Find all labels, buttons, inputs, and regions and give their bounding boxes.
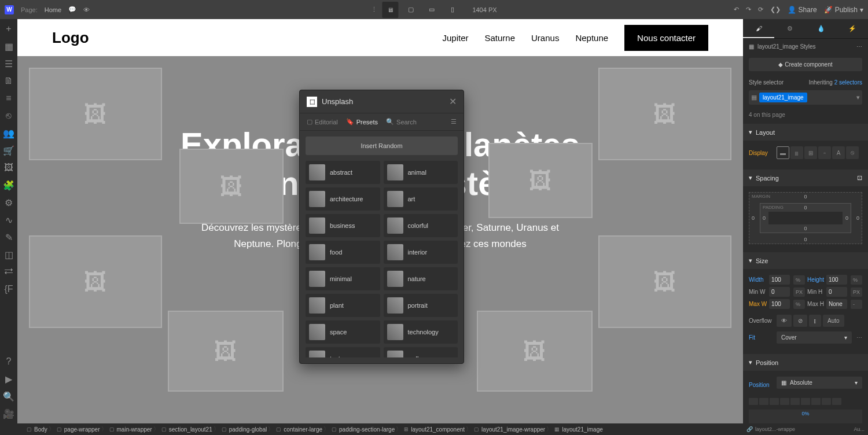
image-placeholder[interactable]: 🖼: [179, 149, 284, 224]
preset-texture[interactable]: texture: [306, 347, 380, 357]
minw-unit[interactable]: PX: [793, 287, 805, 297]
ecommerce-icon[interactable]: 🛒: [3, 145, 14, 156]
width-input[interactable]: [769, 275, 790, 285]
tablet-viewport-button[interactable]: ▢: [403, 2, 419, 18]
tutorial-icon[interactable]: 🎥: [3, 408, 14, 419]
spacing-editor[interactable]: MARGIN 0 0 0 0 PADDING 0 0 0 0: [749, 192, 862, 244]
style-tab[interactable]: 🖌: [743, 19, 774, 38]
pos-top[interactable]: 0%: [801, 411, 809, 416]
preset-food[interactable]: food: [306, 241, 380, 264]
assets-icon[interactable]: 🖼: [3, 163, 14, 173]
position-select[interactable]: ▦ Absolute ▾: [777, 377, 862, 389]
nav-prev-icon[interactable]: 🔗: [746, 426, 753, 432]
padding-right[interactable]: 0: [845, 215, 848, 221]
tab-search[interactable]: 🔍 Search: [386, 118, 417, 126]
cms-icon[interactable]: ≡: [3, 93, 14, 104]
position-section-header[interactable]: ▾ Position: [743, 354, 868, 371]
pos-preset[interactable]: [790, 398, 800, 405]
layout-icon[interactable]: ☰: [3, 58, 14, 69]
pos-preset[interactable]: [759, 398, 768, 405]
preset-colorful[interactable]: colorful: [384, 214, 458, 237]
contact-button[interactable]: Nous contacter: [624, 25, 708, 51]
more-icon[interactable]: ⋮: [371, 6, 377, 13]
canvas-width[interactable]: 1404 PX: [472, 6, 496, 13]
overflow-scroll-button[interactable]: ⫿: [809, 315, 821, 327]
pos-preset[interactable]: [770, 398, 779, 405]
breadcrumb-item[interactable]: ▢container-large: [271, 426, 327, 433]
overflow-hidden-button[interactable]: ⊘: [793, 315, 807, 327]
modal-close-button[interactable]: ✕: [449, 96, 457, 107]
fit-more-icon[interactable]: ⋯: [856, 334, 862, 341]
margin-top[interactable]: 0: [804, 194, 807, 200]
preset-nature[interactable]: nature: [384, 267, 458, 290]
components-icon[interactable]: ◫: [3, 249, 14, 260]
insert-random-button[interactable]: Insert Random: [306, 137, 458, 155]
code-icon[interactable]: ❮❯: [770, 6, 781, 13]
preset-portrait[interactable]: portrait: [384, 294, 458, 317]
finsweet-icon[interactable]: {F: [3, 284, 14, 294]
image-placeholder[interactable]: 🖼: [598, 68, 731, 160]
preview-icon[interactable]: 👁: [83, 6, 90, 13]
element-menu-icon[interactable]: ⋯: [856, 43, 862, 50]
padding-top[interactable]: 0: [804, 205, 807, 211]
apps-icon[interactable]: 🧩: [3, 180, 14, 190]
display-none-button[interactable]: ⦸: [846, 146, 859, 159]
maxh-input[interactable]: [826, 299, 847, 309]
nav-link-uranus[interactable]: Uranus: [531, 33, 559, 43]
margin-bottom[interactable]: 0: [804, 237, 807, 242]
navigator-icon[interactable]: ▦: [3, 41, 14, 51]
fit-select[interactable]: Cover ▾: [777, 331, 852, 344]
breadcrumb-item[interactable]: ⊞layout21_component: [399, 426, 469, 433]
height-input[interactable]: [826, 275, 847, 285]
preset-business[interactable]: business: [306, 214, 380, 237]
image-placeholder[interactable]: 🖼: [488, 143, 593, 218]
pos-preset[interactable]: [822, 398, 831, 405]
pos-preset[interactable]: [832, 398, 841, 405]
nav-link-jupiter[interactable]: Jupiter: [442, 33, 468, 43]
pages-icon[interactable]: 🗎: [3, 76, 14, 86]
variables-tab[interactable]: 💧: [806, 19, 837, 38]
layout-section-header[interactable]: ▾ Layout: [743, 124, 868, 141]
mobile-portrait-button[interactable]: ▯: [444, 2, 461, 18]
breadcrumb-item[interactable]: ▦layout21_image: [550, 426, 608, 433]
maxw-input[interactable]: [769, 299, 790, 309]
modal-menu-icon[interactable]: ☰: [451, 118, 457, 126]
interactions-icon[interactable]: ⮂: [3, 267, 14, 277]
tab-presets[interactable]: 🔖 Presets: [346, 118, 378, 126]
settings-tab[interactable]: ⚙: [774, 19, 806, 38]
minh-input[interactable]: [826, 287, 847, 297]
interactions-tab[interactable]: ⚡: [837, 19, 868, 38]
variables-icon[interactable]: ∿: [3, 215, 14, 225]
image-placeholder[interactable]: 🖼: [598, 235, 731, 328]
image-placeholder[interactable]: 🖼: [477, 311, 593, 392]
publish-button[interactable]: 🚀 Publish ▾: [824, 6, 863, 14]
sync-icon[interactable]: ⟳: [758, 6, 763, 13]
users-icon[interactable]: 👥: [3, 128, 14, 138]
padding-left[interactable]: 0: [763, 215, 766, 221]
preset-plant[interactable]: plant: [306, 294, 380, 317]
site-logo[interactable]: Logo: [52, 29, 89, 47]
selector-input[interactable]: ▦ layout21_image ▾: [749, 90, 862, 105]
display-block-button[interactable]: ▬: [777, 146, 789, 159]
pos-preset[interactable]: [811, 398, 821, 405]
display-inline-block-button[interactable]: ▫: [818, 146, 831, 159]
selector-tag[interactable]: layout21_image: [759, 93, 807, 102]
breadcrumb-item[interactable]: ▢Body: [22, 426, 52, 433]
breadcrumb-item[interactable]: ▢main-wrapper: [105, 426, 157, 433]
nav-link-neptune[interactable]: Neptune: [575, 33, 608, 43]
image-placeholder[interactable]: 🖼: [29, 235, 162, 328]
help-icon[interactable]: ?: [3, 356, 14, 367]
maxw-unit[interactable]: %: [793, 300, 805, 309]
webflow-logo[interactable]: W: [5, 5, 14, 14]
undo-icon[interactable]: ↶: [734, 6, 739, 13]
nav-prev-label[interactable]: layout2...-wrappe: [755, 426, 795, 432]
maxh-unit[interactable]: -: [851, 300, 862, 309]
nav-link-saturne[interactable]: Saturne: [484, 33, 515, 43]
logic-icon[interactable]: ⎋: [3, 110, 14, 121]
position-editor[interactable]: 0% 0% 0% 0%: [749, 410, 862, 423]
settings-icon[interactable]: ⚙: [3, 197, 14, 208]
breadcrumb-item[interactable]: ▢layout21_image-wrapper: [469, 426, 550, 433]
display-flex-button[interactable]: ⫼: [790, 146, 803, 159]
comments-icon[interactable]: 💬: [68, 6, 76, 13]
search-tool-icon[interactable]: 🔍: [3, 391, 14, 401]
